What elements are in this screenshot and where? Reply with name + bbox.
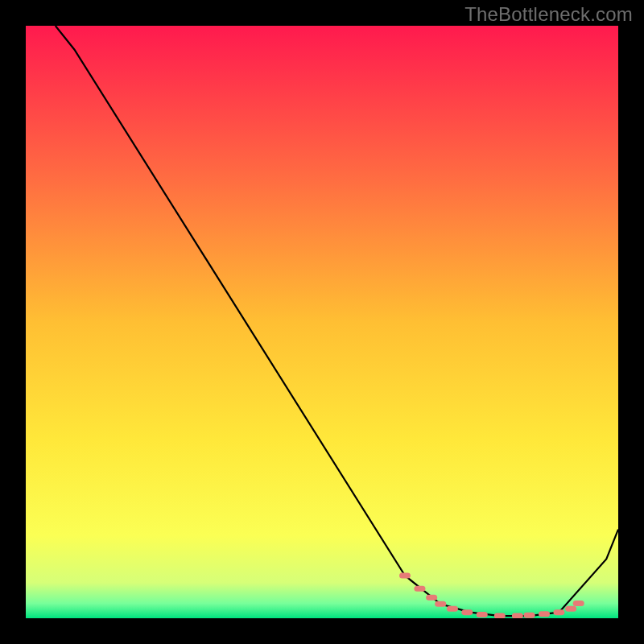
curve-marker (553, 609, 564, 615)
curve-marker (414, 586, 425, 592)
curve-marker (512, 613, 523, 618)
plot-frame (26, 26, 618, 618)
curve-marker (461, 609, 473, 615)
curve-marker (447, 606, 458, 612)
curve-marker (426, 595, 437, 601)
curve-marker (524, 613, 535, 618)
curve-marker (477, 612, 488, 617)
curve-marker (399, 573, 411, 579)
chart-container: TheBottleneck.com (0, 0, 644, 644)
curve-marker (494, 613, 506, 618)
curve-marker (573, 601, 584, 606)
watermark-text: TheBottleneck.com (464, 3, 633, 26)
curve-marker (539, 611, 550, 617)
plot-svg (26, 26, 618, 618)
curve-marker (565, 606, 576, 612)
curve-marker (435, 601, 446, 607)
